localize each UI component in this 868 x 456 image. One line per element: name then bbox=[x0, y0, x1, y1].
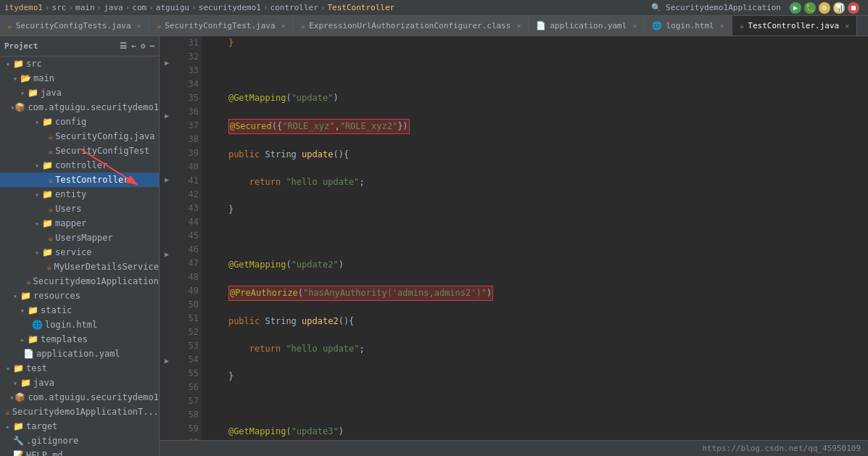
tree-label: config bbox=[55, 117, 86, 127]
tree-label: Securitydemo1Application bbox=[33, 276, 159, 286]
tab-label: ExpressionUrlAuthorizationConfigurer.cla… bbox=[309, 21, 511, 30]
sidebar-hide-icon[interactable]: — bbox=[149, 41, 154, 51]
tree-label: target bbox=[26, 421, 57, 431]
breadcrumb-java: java bbox=[104, 3, 123, 12]
tree-item-src[interactable]: ▾ 📁 src bbox=[0, 57, 159, 71]
tree-item-templates[interactable]: ▸ 📁 templates bbox=[0, 332, 159, 347]
tab-bar: ☕ SecurityConfigTests.java ✕ ☕ SecurityC… bbox=[0, 16, 868, 36]
tree-item-securityconfigtest[interactable]: ☕ SecurityConfigTest bbox=[0, 144, 159, 158]
gutter-line: ▶ bbox=[160, 111, 174, 122]
folder-icon: 📁 bbox=[28, 305, 38, 315]
java-icon: ☕ bbox=[25, 276, 30, 286]
debug-button[interactable]: 🐛 bbox=[804, 2, 816, 14]
tree-item-entity[interactable]: ▾ 📁 entity bbox=[0, 187, 159, 202]
tree-item-target[interactable]: ▸ 📁 target bbox=[0, 419, 159, 434]
gutter-line bbox=[160, 100, 174, 111]
gutter-line: ▶ bbox=[160, 175, 174, 186]
folder-blue-icon: 📂 bbox=[20, 73, 31, 83]
folder-icon: 📁 bbox=[20, 378, 31, 388]
tree-item-usersmapper[interactable]: ☕ UsersMapper bbox=[0, 231, 159, 245]
tree-label: Securitydemo1ApplicationT... bbox=[12, 407, 159, 417]
tree-label: com.atguigu.securitydemo1 bbox=[28, 392, 159, 402]
tab-icon: ☕ bbox=[740, 21, 745, 30]
tree-item-loginhtml[interactable]: 🌐 login.html bbox=[0, 318, 159, 332]
tree-item-resources[interactable]: ▾ 📁 resources bbox=[0, 289, 159, 303]
package-icon: 📦 bbox=[15, 392, 25, 402]
tree-arrow: ▾ bbox=[17, 89, 28, 97]
sidebar-gear-icon[interactable]: ⚙ bbox=[141, 41, 146, 51]
tree-item-securityconfig[interactable]: ☕ SecurityConfig.java bbox=[0, 129, 159, 144]
tree-item-service[interactable]: ▾ 📁 service bbox=[0, 245, 159, 260]
gutter-line bbox=[160, 207, 174, 217]
tab-label: SecurityConfigTest.java bbox=[165, 21, 275, 30]
search-icon[interactable]: 🔍 bbox=[651, 3, 661, 12]
tab-testcontroller[interactable]: ☕ TestController.java ✕ bbox=[732, 16, 858, 36]
tree-item-java[interactable]: ▾ 📁 java bbox=[0, 86, 159, 100]
tree-label: resources bbox=[33, 291, 80, 301]
tab-close-icon[interactable]: ✕ bbox=[516, 22, 521, 30]
sidebar-collapse-icon[interactable]: ⇐ bbox=[131, 41, 136, 51]
tab-icon: 📄 bbox=[536, 21, 546, 30]
tab-expressionconfigurer[interactable]: ☕ ExpressionUrlAuthorizationConfigurer.c… bbox=[294, 16, 529, 36]
tab-icon: ☕ bbox=[301, 21, 306, 30]
tab-securityconfigtest[interactable]: ☕ SecurityConfigTest.java ✕ bbox=[149, 16, 294, 36]
breadcrumb-main: main bbox=[75, 3, 95, 12]
folder-icon: 📁 bbox=[28, 334, 38, 344]
tree-item-test[interactable]: ▾ 📁 test bbox=[0, 361, 159, 376]
code-editor[interactable]: ▶ ▶ ▶ ▶ bbox=[160, 36, 868, 440]
tree-item-test-apptest[interactable]: ☕ Securitydemo1ApplicationT... bbox=[0, 405, 159, 419]
html-icon: 🌐 bbox=[32, 320, 43, 330]
gutter-line bbox=[160, 132, 174, 143]
tab-applicationyaml[interactable]: 📄 application.yaml ✕ bbox=[529, 16, 645, 36]
stop-button[interactable]: ■ bbox=[848, 2, 859, 14]
tree-item-securitydemo1app[interactable]: ☕ Securitydemo1Application bbox=[0, 274, 159, 289]
yaml-icon: 📄 bbox=[23, 349, 34, 359]
tab-close-icon[interactable]: ✕ bbox=[632, 22, 637, 30]
tree-arrow: ▾ bbox=[3, 60, 13, 68]
tab-label: login.html bbox=[666, 21, 714, 30]
tab-loginhtml[interactable]: 🌐 login.html ✕ bbox=[645, 16, 732, 36]
run-button[interactable]: ▶ bbox=[790, 2, 801, 14]
gutter-line bbox=[160, 270, 174, 281]
tree-item-static[interactable]: ▾ 📁 static bbox=[0, 303, 159, 318]
status-bar: https://blog.csdn.net/qq_45950109 bbox=[160, 440, 868, 456]
tree-arrow: ▾ bbox=[32, 191, 42, 199]
tree-item-main[interactable]: ▾ 📂 main bbox=[0, 71, 159, 86]
tree-item-myuserdetails[interactable]: ☕ MyUserDetailsService bbox=[0, 260, 159, 274]
tab-securityapptests[interactable]: ☕ SecurityConfigTests.java ✕ bbox=[0, 16, 149, 36]
build-button[interactable]: ⚙ bbox=[819, 2, 830, 14]
tree-label: application.yaml bbox=[36, 349, 120, 359]
tree-item-testcontroller[interactable]: ☕ TestController bbox=[0, 173, 159, 187]
code-content[interactable]: } @GetMapping("update") @Secured({"ROLE_… bbox=[202, 36, 868, 440]
tree-item-test-package[interactable]: ▾ 📦 com.atguigu.securitydemo1 bbox=[0, 390, 159, 405]
sidebar-settings-icon[interactable]: ☰ bbox=[120, 41, 127, 51]
tree-item-package[interactable]: ▾ 📦 com.atguigu.securitydemo1 bbox=[0, 100, 159, 115]
gutter-line bbox=[160, 365, 174, 376]
breadcrumb-src: src bbox=[52, 3, 67, 12]
tree-arrow: ▾ bbox=[3, 365, 13, 373]
tree-arrow: ▸ bbox=[3, 423, 13, 431]
gutter-line bbox=[160, 291, 174, 302]
tab-close-icon[interactable]: ✕ bbox=[281, 22, 286, 30]
folder-icon: 📁 bbox=[20, 291, 31, 301]
tree-arrow: ▾ bbox=[10, 292, 20, 300]
tree-label: TestController bbox=[55, 175, 128, 185]
tree-item-mapper[interactable]: ▾ 📁 mapper bbox=[0, 216, 159, 231]
tree-item-helpmd[interactable]: 📝 HELP.md bbox=[0, 448, 159, 456]
run-buttons: ▶ 🐛 ⚙ 📊 ■ bbox=[785, 2, 864, 14]
tree-item-appyaml[interactable]: 📄 application.yaml bbox=[0, 347, 159, 361]
tab-label: TestController.java bbox=[748, 21, 839, 30]
tree-item-users[interactable]: ☕ Users bbox=[0, 202, 159, 216]
tree-item-config[interactable]: ▾ 📁 config bbox=[0, 115, 159, 129]
tree-arrow: ▾ bbox=[10, 75, 20, 83]
tree-item-test-java[interactable]: ▾ 📁 java bbox=[0, 376, 159, 390]
tree-item-gitignore[interactable]: 🔧 .gitignore bbox=[0, 434, 159, 448]
tab-close-icon[interactable]: ✕ bbox=[720, 22, 724, 30]
breadcrumb-com: com bbox=[132, 3, 146, 12]
gutter-line bbox=[160, 217, 174, 228]
tree-item-controller[interactable]: ▾ 📁 controller bbox=[0, 158, 159, 173]
tab-close-icon[interactable]: ✕ bbox=[845, 22, 849, 30]
tab-close-icon[interactable]: ✕ bbox=[137, 22, 141, 30]
profile-button[interactable]: 📊 bbox=[833, 2, 845, 14]
gutter-line bbox=[160, 185, 174, 196]
